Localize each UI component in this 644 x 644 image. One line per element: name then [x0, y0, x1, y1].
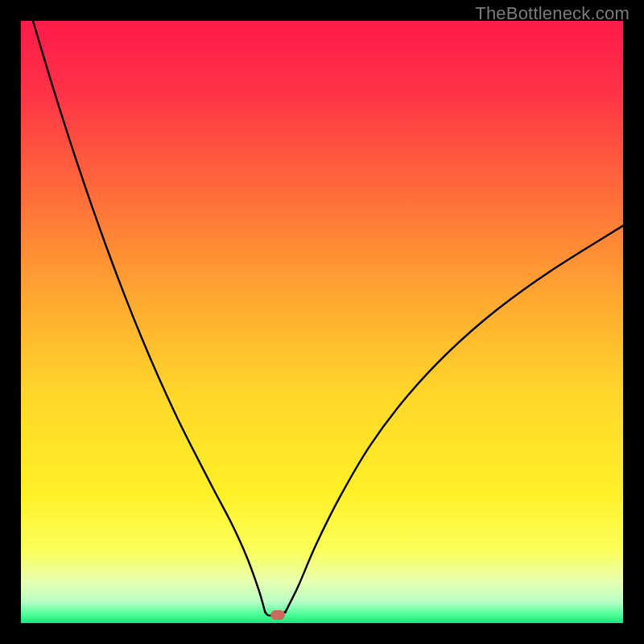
chart-frame: TheBottleneck.com: [0, 0, 644, 644]
plot-svg: [21, 21, 623, 623]
optimal-point-marker: [270, 610, 285, 620]
watermark-text: TheBottleneck.com: [475, 3, 630, 24]
plot-area: [21, 21, 623, 623]
